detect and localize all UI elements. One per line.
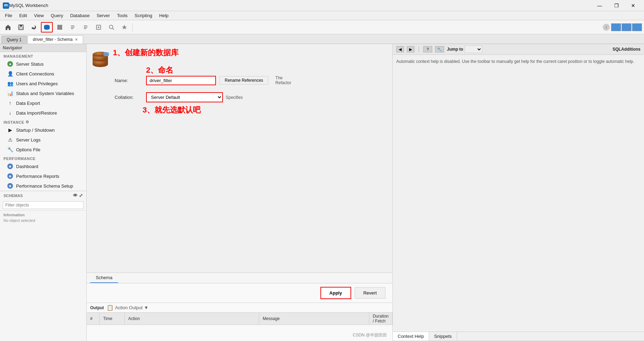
nav-status-variables[interactable]: 📊 Status and System Variables: [0, 88, 86, 98]
nav-performance-reports[interactable]: ◉ Performance Reports: [0, 171, 86, 181]
collation-label: Collation:: [115, 95, 146, 100]
instance-icon: ⚙: [26, 120, 29, 124]
tab-snippets[interactable]: Snippets: [429, 332, 457, 341]
nav-data-export-label: Data Export: [16, 101, 40, 106]
col-time: Time: [100, 313, 125, 325]
navigator-header: Navigator: [0, 44, 86, 52]
server-status-circle: ●: [7, 61, 13, 67]
data-import-icon: ↓: [7, 110, 13, 116]
performance-label: PERFORMANCE: [3, 157, 36, 161]
client-connections-icon: 👤: [7, 71, 13, 77]
action-output-select: 📋 Action Output ▼: [107, 304, 149, 311]
expand-icon[interactable]: ⤢: [79, 193, 83, 198]
name-label: Name:: [115, 78, 146, 83]
menu-file[interactable]: File: [1, 12, 16, 19]
server-status-icon: ●: [7, 61, 13, 67]
sql-help-button[interactable]: ?: [423, 46, 432, 52]
sql-additions-header: SQLAdditions: [613, 47, 641, 52]
output-area: Output 📋 Action Output ▼ # Time Action M…: [87, 303, 392, 341]
jumpto-select[interactable]: [465, 45, 482, 53]
toolbar-btn5[interactable]: [54, 22, 66, 32]
nav-client-connections-label: Client Connections: [16, 71, 54, 77]
menu-tools[interactable]: Tools: [114, 12, 131, 19]
toolbar-create-schema-button[interactable]: [41, 22, 53, 32]
menu-edit[interactable]: Edit: [16, 12, 30, 19]
schemas-icons: 👁 ⤢: [73, 193, 83, 198]
toolbar-btn7[interactable]: [80, 22, 92, 32]
maximize-button[interactable]: ❐: [608, 0, 624, 11]
action-output-dropdown-icon[interactable]: ▼: [144, 305, 149, 310]
nav-server-status[interactable]: ● Server Status: [0, 59, 86, 69]
sql-auto-help-button[interactable]: 🔧: [435, 46, 444, 52]
action-output-label: Action Output: [115, 305, 143, 310]
section-management: MANAGEMENT: [0, 52, 86, 59]
nav-server-logs[interactable]: ⚠ Server Logs: [0, 135, 86, 145]
view-btn-2[interactable]: [622, 23, 631, 31]
sidebar: Navigator MANAGEMENT ● Server Status 👤 C…: [0, 44, 87, 341]
tab-query1-label: Query 1: [7, 37, 22, 42]
tab-query1[interactable]: Query 1: [1, 36, 27, 44]
output-label: Output: [90, 305, 104, 310]
no-object-selected: No object selected: [3, 218, 83, 223]
window-controls: — ❐ ✕: [592, 0, 641, 11]
nav-users-privileges[interactable]: 👥 Users and Privileges: [0, 79, 86, 88]
close-button[interactable]: ✕: [625, 0, 641, 11]
collation-select-wrap: Server Default utf8_general_ci utf8mb4_u…: [146, 92, 223, 102]
app-title: MySQL Workbench: [9, 3, 592, 8]
navigator-label: Navigator: [3, 45, 22, 50]
menubar: File Edit View Query Database Server Too…: [0, 11, 644, 20]
toolbar-btn6[interactable]: [67, 22, 79, 32]
tab-context-help[interactable]: Context Help: [393, 332, 429, 341]
menu-scripting[interactable]: Scripting: [131, 12, 156, 19]
filter-input[interactable]: [5, 203, 81, 208]
menu-server[interactable]: Server: [93, 12, 113, 19]
sql-back-button[interactable]: ◀: [396, 46, 404, 52]
svg-rect-12: [60, 27, 62, 30]
menu-query[interactable]: Query: [47, 12, 66, 19]
users-privileges-icon: 👥: [7, 80, 13, 87]
tab-schema[interactable]: Schema: [90, 273, 118, 283]
name-row: Name: Rename References TheRefactor 2、命名: [115, 75, 382, 85]
nav-dashboard[interactable]: ◉ Dashboard: [0, 161, 86, 171]
nav-options-file[interactable]: 🔧 Options File: [0, 145, 86, 154]
output-header: Output 📋 Action Output ▼: [87, 303, 392, 313]
col-hash: #: [87, 313, 100, 325]
tab-driver-filter[interactable]: driver_filter - Schema ✕: [28, 35, 83, 44]
toolbar-btn9[interactable]: [106, 22, 117, 32]
nav-data-export[interactable]: ↑ Data Export: [0, 98, 86, 108]
toolbar-btn10[interactable]: [118, 22, 130, 32]
menu-view[interactable]: View: [30, 12, 47, 19]
toolbar-btn8[interactable]: [93, 22, 104, 32]
nav-performance-schema[interactable]: ◉ Performance Schema Setup: [0, 181, 86, 191]
nav-data-import[interactable]: ↓ Data Import/Restore: [0, 108, 86, 118]
menu-help[interactable]: Help: [156, 12, 172, 19]
filter-box: [3, 201, 84, 209]
view-btn-3[interactable]: [632, 23, 642, 31]
refactor-note: TheRefactor: [275, 75, 291, 85]
toolbar-save-button[interactable]: [15, 22, 27, 32]
rename-references-button[interactable]: Rename References: [219, 76, 268, 85]
nav-status-variables-label: Status and System Variables: [16, 91, 74, 96]
menu-database[interactable]: Database: [67, 12, 93, 19]
toolbar-refresh-button[interactable]: [28, 22, 40, 32]
dashboard-icon: ◉: [7, 163, 13, 169]
startup-shutdown-icon: ▶: [7, 127, 13, 133]
output-table: # Time Action Message Duration / Fetch: [87, 313, 392, 325]
tab-close-icon[interactable]: ✕: [75, 37, 78, 42]
sql-panel: ◀ ▶ ? 🔧 Jump to SQLAdditions Automatic c…: [392, 44, 644, 341]
specifies-note: Specifies: [226, 95, 243, 100]
section-performance: PERFORMANCE: [0, 154, 86, 161]
minimize-button[interactable]: —: [592, 0, 608, 11]
apply-button[interactable]: Apply: [320, 287, 351, 299]
toolbar-home-button[interactable]: [2, 22, 14, 32]
eye-icon[interactable]: 👁: [73, 193, 78, 198]
nav-startup-shutdown-label: Startup / Shutdown: [16, 128, 55, 133]
schema-name-input[interactable]: [146, 76, 216, 85]
nav-startup-shutdown[interactable]: ▶ Startup / Shutdown: [0, 125, 86, 135]
sql-forward-button[interactable]: ▶: [407, 46, 414, 52]
revert-button[interactable]: Revert: [355, 287, 385, 299]
collation-select[interactable]: Server Default utf8_general_ci utf8mb4_u…: [146, 92, 223, 102]
view-btn-1[interactable]: [611, 23, 621, 31]
nav-client-connections[interactable]: 👤 Client Connections: [0, 69, 86, 79]
sql-help-text: Automatic context help is disabled. Use …: [396, 59, 634, 64]
